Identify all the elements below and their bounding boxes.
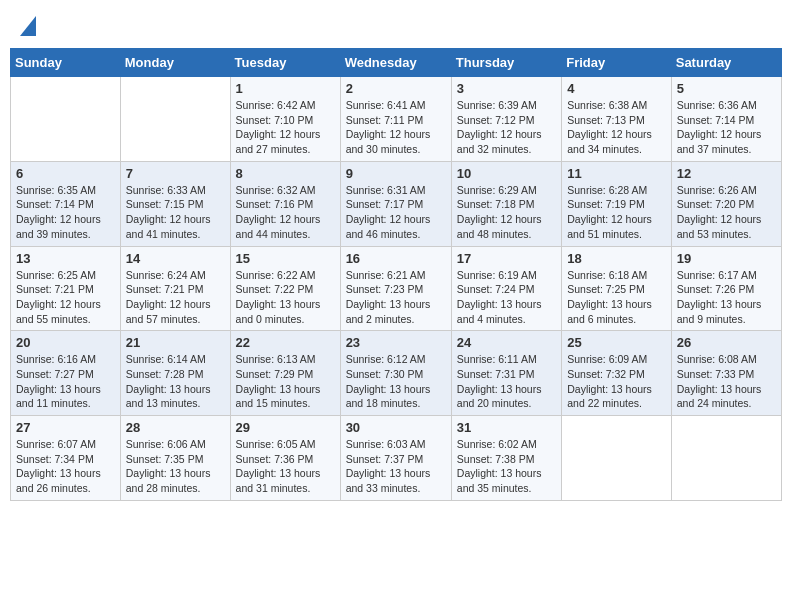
- calendar-cell: 14Sunrise: 6:24 AM Sunset: 7:21 PM Dayli…: [120, 246, 230, 331]
- day-info: Sunrise: 6:02 AM Sunset: 7:38 PM Dayligh…: [457, 437, 556, 496]
- calendar-cell: 2Sunrise: 6:41 AM Sunset: 7:11 PM Daylig…: [340, 77, 451, 162]
- calendar-cell: 17Sunrise: 6:19 AM Sunset: 7:24 PM Dayli…: [451, 246, 561, 331]
- day-info: Sunrise: 6:32 AM Sunset: 7:16 PM Dayligh…: [236, 183, 335, 242]
- calendar-cell: 6Sunrise: 6:35 AM Sunset: 7:14 PM Daylig…: [11, 161, 121, 246]
- calendar-cell: [11, 77, 121, 162]
- day-info: Sunrise: 6:19 AM Sunset: 7:24 PM Dayligh…: [457, 268, 556, 327]
- day-info: Sunrise: 6:31 AM Sunset: 7:17 PM Dayligh…: [346, 183, 446, 242]
- day-number: 7: [126, 166, 225, 181]
- calendar-cell: 29Sunrise: 6:05 AM Sunset: 7:36 PM Dayli…: [230, 416, 340, 501]
- header-day-thursday: Thursday: [451, 49, 561, 77]
- day-info: Sunrise: 6:18 AM Sunset: 7:25 PM Dayligh…: [567, 268, 666, 327]
- day-number: 16: [346, 251, 446, 266]
- calendar-cell: [562, 416, 672, 501]
- calendar-cell: 31Sunrise: 6:02 AM Sunset: 7:38 PM Dayli…: [451, 416, 561, 501]
- day-info: Sunrise: 6:39 AM Sunset: 7:12 PM Dayligh…: [457, 98, 556, 157]
- day-number: 15: [236, 251, 335, 266]
- calendar-cell: 1Sunrise: 6:42 AM Sunset: 7:10 PM Daylig…: [230, 77, 340, 162]
- header-day-saturday: Saturday: [671, 49, 781, 77]
- day-info: Sunrise: 6:12 AM Sunset: 7:30 PM Dayligh…: [346, 352, 446, 411]
- day-number: 20: [16, 335, 115, 350]
- logo-triangle-icon: [20, 16, 36, 40]
- day-number: 23: [346, 335, 446, 350]
- calendar-cell: 3Sunrise: 6:39 AM Sunset: 7:12 PM Daylig…: [451, 77, 561, 162]
- header-day-wednesday: Wednesday: [340, 49, 451, 77]
- day-number: 3: [457, 81, 556, 96]
- day-number: 29: [236, 420, 335, 435]
- calendar-header-row: SundayMondayTuesdayWednesdayThursdayFrid…: [11, 49, 782, 77]
- day-info: Sunrise: 6:28 AM Sunset: 7:19 PM Dayligh…: [567, 183, 666, 242]
- day-info: Sunrise: 6:21 AM Sunset: 7:23 PM Dayligh…: [346, 268, 446, 327]
- day-info: Sunrise: 6:13 AM Sunset: 7:29 PM Dayligh…: [236, 352, 335, 411]
- calendar-cell: 5Sunrise: 6:36 AM Sunset: 7:14 PM Daylig…: [671, 77, 781, 162]
- calendar-cell: 18Sunrise: 6:18 AM Sunset: 7:25 PM Dayli…: [562, 246, 672, 331]
- calendar-cell: [120, 77, 230, 162]
- calendar-cell: 23Sunrise: 6:12 AM Sunset: 7:30 PM Dayli…: [340, 331, 451, 416]
- day-info: Sunrise: 6:17 AM Sunset: 7:26 PM Dayligh…: [677, 268, 776, 327]
- day-info: Sunrise: 6:35 AM Sunset: 7:14 PM Dayligh…: [16, 183, 115, 242]
- day-info: Sunrise: 6:09 AM Sunset: 7:32 PM Dayligh…: [567, 352, 666, 411]
- calendar-cell: 9Sunrise: 6:31 AM Sunset: 7:17 PM Daylig…: [340, 161, 451, 246]
- day-number: 6: [16, 166, 115, 181]
- day-number: 25: [567, 335, 666, 350]
- logo: [18, 16, 36, 40]
- day-info: Sunrise: 6:38 AM Sunset: 7:13 PM Dayligh…: [567, 98, 666, 157]
- day-number: 2: [346, 81, 446, 96]
- calendar-cell: 12Sunrise: 6:26 AM Sunset: 7:20 PM Dayli…: [671, 161, 781, 246]
- day-info: Sunrise: 6:16 AM Sunset: 7:27 PM Dayligh…: [16, 352, 115, 411]
- day-number: 10: [457, 166, 556, 181]
- day-number: 21: [126, 335, 225, 350]
- day-number: 31: [457, 420, 556, 435]
- day-info: Sunrise: 6:24 AM Sunset: 7:21 PM Dayligh…: [126, 268, 225, 327]
- day-info: Sunrise: 6:03 AM Sunset: 7:37 PM Dayligh…: [346, 437, 446, 496]
- calendar-cell: 11Sunrise: 6:28 AM Sunset: 7:19 PM Dayli…: [562, 161, 672, 246]
- calendar-week-row: 1Sunrise: 6:42 AM Sunset: 7:10 PM Daylig…: [11, 77, 782, 162]
- day-number: 8: [236, 166, 335, 181]
- calendar-cell: 19Sunrise: 6:17 AM Sunset: 7:26 PM Dayli…: [671, 246, 781, 331]
- day-info: Sunrise: 6:33 AM Sunset: 7:15 PM Dayligh…: [126, 183, 225, 242]
- day-number: 24: [457, 335, 556, 350]
- calendar-cell: 27Sunrise: 6:07 AM Sunset: 7:34 PM Dayli…: [11, 416, 121, 501]
- calendar-cell: 24Sunrise: 6:11 AM Sunset: 7:31 PM Dayli…: [451, 331, 561, 416]
- day-info: Sunrise: 6:29 AM Sunset: 7:18 PM Dayligh…: [457, 183, 556, 242]
- day-info: Sunrise: 6:11 AM Sunset: 7:31 PM Dayligh…: [457, 352, 556, 411]
- calendar-week-row: 20Sunrise: 6:16 AM Sunset: 7:27 PM Dayli…: [11, 331, 782, 416]
- day-info: Sunrise: 6:36 AM Sunset: 7:14 PM Dayligh…: [677, 98, 776, 157]
- header: [10, 10, 782, 40]
- header-day-friday: Friday: [562, 49, 672, 77]
- day-info: Sunrise: 6:14 AM Sunset: 7:28 PM Dayligh…: [126, 352, 225, 411]
- calendar-cell: 26Sunrise: 6:08 AM Sunset: 7:33 PM Dayli…: [671, 331, 781, 416]
- calendar-week-row: 27Sunrise: 6:07 AM Sunset: 7:34 PM Dayli…: [11, 416, 782, 501]
- day-info: Sunrise: 6:26 AM Sunset: 7:20 PM Dayligh…: [677, 183, 776, 242]
- day-info: Sunrise: 6:42 AM Sunset: 7:10 PM Dayligh…: [236, 98, 335, 157]
- day-number: 12: [677, 166, 776, 181]
- day-number: 9: [346, 166, 446, 181]
- header-day-sunday: Sunday: [11, 49, 121, 77]
- calendar-cell: 30Sunrise: 6:03 AM Sunset: 7:37 PM Dayli…: [340, 416, 451, 501]
- day-number: 26: [677, 335, 776, 350]
- calendar-cell: 20Sunrise: 6:16 AM Sunset: 7:27 PM Dayli…: [11, 331, 121, 416]
- day-number: 5: [677, 81, 776, 96]
- calendar-cell: [671, 416, 781, 501]
- svg-marker-0: [20, 16, 36, 36]
- day-number: 14: [126, 251, 225, 266]
- day-number: 11: [567, 166, 666, 181]
- calendar-cell: 10Sunrise: 6:29 AM Sunset: 7:18 PM Dayli…: [451, 161, 561, 246]
- calendar-cell: 28Sunrise: 6:06 AM Sunset: 7:35 PM Dayli…: [120, 416, 230, 501]
- calendar-cell: 15Sunrise: 6:22 AM Sunset: 7:22 PM Dayli…: [230, 246, 340, 331]
- day-number: 4: [567, 81, 666, 96]
- day-number: 28: [126, 420, 225, 435]
- calendar-cell: 16Sunrise: 6:21 AM Sunset: 7:23 PM Dayli…: [340, 246, 451, 331]
- header-day-tuesday: Tuesday: [230, 49, 340, 77]
- day-number: 19: [677, 251, 776, 266]
- header-day-monday: Monday: [120, 49, 230, 77]
- day-number: 18: [567, 251, 666, 266]
- calendar-cell: 4Sunrise: 6:38 AM Sunset: 7:13 PM Daylig…: [562, 77, 672, 162]
- calendar-cell: 13Sunrise: 6:25 AM Sunset: 7:21 PM Dayli…: [11, 246, 121, 331]
- day-info: Sunrise: 6:41 AM Sunset: 7:11 PM Dayligh…: [346, 98, 446, 157]
- day-number: 1: [236, 81, 335, 96]
- calendar-week-row: 6Sunrise: 6:35 AM Sunset: 7:14 PM Daylig…: [11, 161, 782, 246]
- day-info: Sunrise: 6:25 AM Sunset: 7:21 PM Dayligh…: [16, 268, 115, 327]
- calendar-cell: 8Sunrise: 6:32 AM Sunset: 7:16 PM Daylig…: [230, 161, 340, 246]
- day-info: Sunrise: 6:08 AM Sunset: 7:33 PM Dayligh…: [677, 352, 776, 411]
